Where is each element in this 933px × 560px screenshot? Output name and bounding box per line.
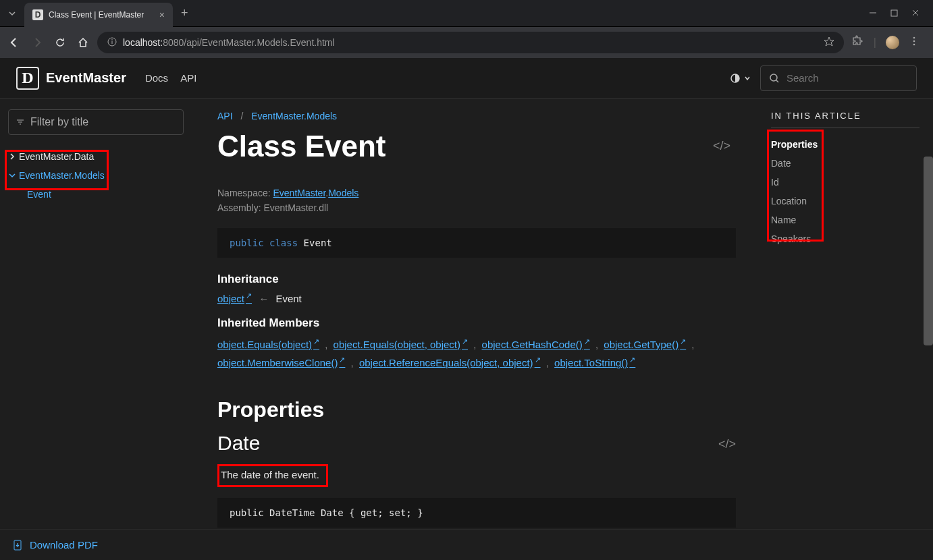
view-source-icon[interactable]: </> — [718, 437, 736, 451]
tab-list-dropdown[interactable] — [0, 1, 24, 26]
theme-toggle[interactable] — [729, 72, 751, 84]
download-pdf-link[interactable]: Download PDF — [12, 539, 98, 551]
member-link[interactable]: object.ToString()↗ — [554, 357, 635, 368]
close-window-icon[interactable] — [911, 7, 919, 20]
toc-location[interactable]: Location — [771, 192, 919, 211]
svg-point-6 — [913, 40, 915, 43]
nav-api[interactable]: API — [180, 72, 196, 84]
browser-tab[interactable]: D Class Event | EventMaster × — [24, 3, 173, 27]
toc-title: IN THIS ARTICLE — [771, 111, 919, 128]
member-link[interactable]: object.MemberwiseClone()↗ — [217, 357, 345, 368]
app-header: D EventMaster Docs API — [0, 58, 933, 99]
toc-properties[interactable]: Properties — [771, 135, 919, 154]
highlight-box-2: The date of the event. — [217, 464, 328, 487]
svg-point-9 — [770, 74, 777, 81]
star-icon[interactable] — [824, 36, 834, 49]
in-this-article: IN THIS ARTICLE Properties Date Id Locat… — [757, 99, 933, 529]
breadcrumb: API / EventMaster.Models — [217, 111, 736, 121]
logo-icon: D — [16, 67, 39, 90]
member-link[interactable]: object.Equals(object)↗ — [217, 339, 319, 350]
filter-placeholder: Filter by title — [30, 116, 88, 128]
sidebar: Filter by title EventMaster.Data EventMa… — [0, 99, 196, 529]
properties-heading: Properties — [217, 397, 736, 422]
object-link[interactable]: object↗ — [217, 293, 252, 304]
scrollbar[interactable] — [924, 157, 933, 345]
toc-date[interactable]: Date — [771, 154, 919, 173]
extensions-icon[interactable] — [852, 35, 864, 50]
close-tab-icon[interactable]: × — [159, 9, 165, 20]
maximize-icon[interactable] — [890, 7, 898, 20]
brand-name: EventMaster — [46, 70, 126, 86]
inheritance-heading: Inheritance — [217, 273, 736, 286]
property-date-code: public DateTime Date { get; set; } — [217, 498, 736, 528]
member-link[interactable]: object.Equals(object, object)↗ — [334, 339, 468, 350]
svg-line-10 — [776, 80, 778, 82]
svg-point-7 — [913, 44, 915, 46]
main-content: API / EventMaster.Models Class Event </>… — [196, 99, 757, 529]
search-input[interactable] — [787, 72, 915, 84]
tree-label: EventMaster.Models — [19, 170, 105, 181]
reload-button[interactable] — [54, 36, 66, 49]
namespace-link[interactable]: EventMaster — [273, 188, 325, 198]
inherited-members-list: object.Equals(object)↗ , object.Equals(o… — [217, 335, 736, 372]
toc-id[interactable]: Id — [771, 173, 919, 192]
tree-label: Event — [27, 189, 51, 200]
member-link[interactable]: object.ReferenceEquals(object, object)↗ — [359, 357, 541, 368]
member-link[interactable]: object.GetHashCode()↗ — [482, 339, 590, 350]
members-heading: Inherited Members — [217, 316, 736, 330]
back-button[interactable] — [8, 36, 20, 49]
tree-item-models[interactable]: EventMaster.Models — [8, 166, 188, 185]
property-date-heading: Date </> — [217, 432, 736, 455]
view-source-icon[interactable]: </> — [713, 139, 730, 153]
page-title: Class Event — [217, 130, 736, 163]
declaration-code: public class Event — [217, 228, 736, 258]
home-button[interactable] — [77, 36, 89, 49]
new-tab-button[interactable]: + — [173, 6, 196, 20]
toc-speakers[interactable]: Speakers — [771, 229, 919, 248]
svg-point-4 — [111, 39, 113, 40]
url-bar: localhost:8080/api/EventMaster.Models.Ev… — [0, 27, 933, 58]
filter-icon — [16, 117, 25, 127]
breadcrumb-api[interactable]: API — [217, 111, 233, 121]
assembly-line: Assembly: EventMaster.dll — [217, 202, 736, 213]
namespace-sub-link[interactable]: Models — [328, 188, 358, 198]
favicon: D — [32, 9, 43, 20]
nav-docs[interactable]: Docs — [145, 72, 168, 84]
address-bar[interactable]: localhost:8080/api/EventMaster.Models.Ev… — [97, 32, 844, 53]
chevron-right-icon — [8, 152, 16, 161]
chevron-down-icon — [8, 171, 16, 179]
member-link[interactable]: object.GetType()↗ — [604, 339, 686, 350]
avatar[interactable] — [886, 36, 899, 49]
namespace-line: Namespace: EventMaster.Models — [217, 188, 736, 198]
search-icon — [769, 73, 780, 84]
site-info-icon[interactable] — [107, 36, 117, 49]
property-date-desc: The date of the event. — [221, 469, 319, 480]
minimize-icon[interactable] — [869, 7, 877, 20]
forward-button[interactable] — [31, 36, 43, 49]
toc-name[interactable]: Name — [771, 211, 919, 229]
url-text: localhost:8080/api/EventMaster.Models.Ev… — [123, 37, 818, 48]
svg-point-5 — [913, 37, 915, 39]
menu-icon[interactable] — [909, 36, 919, 49]
tree-item-event[interactable]: Event — [8, 185, 188, 204]
inheritance-chain: object↗ ← Event — [217, 291, 736, 304]
search-box[interactable] — [760, 65, 917, 91]
tree-item-data[interactable]: EventMaster.Data — [8, 147, 188, 166]
footer: Download PDF — [0, 529, 933, 560]
pdf-icon — [12, 539, 24, 551]
logo[interactable]: D EventMaster — [16, 67, 126, 90]
browser-tab-bar: D Class Event | EventMaster × + — [0, 0, 933, 27]
tree-label: EventMaster.Data — [19, 151, 94, 162]
filter-input[interactable]: Filter by title — [8, 109, 184, 135]
breadcrumb-section[interactable]: EventMaster.Models — [251, 111, 337, 121]
tab-title: Class Event | EventMaster — [49, 10, 154, 20]
svg-rect-1 — [891, 10, 897, 16]
